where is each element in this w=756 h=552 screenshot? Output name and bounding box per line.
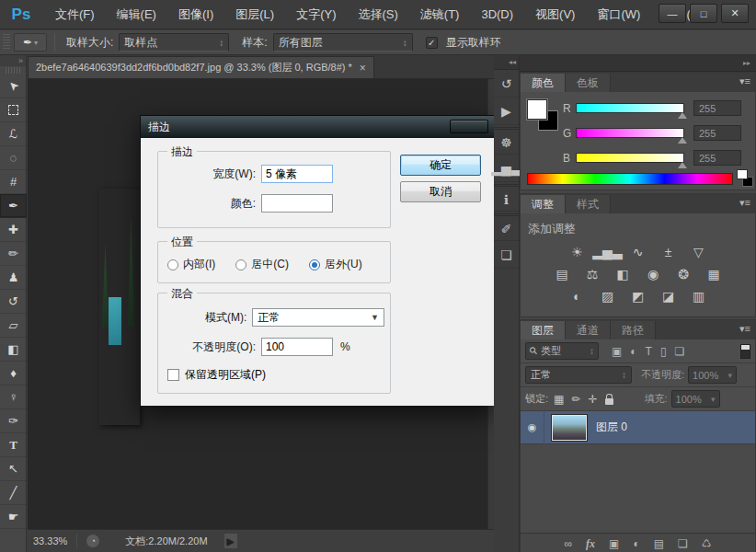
smart-object-filter-icon[interactable]: ❏ [675,345,685,358]
canvas[interactable]: 描边 描边 宽度(W): 5 像素 [28,79,494,529]
tab-颜色[interactable]: 颜色 [521,74,566,92]
tool-preset-button[interactable]: ✒ ▾ [14,33,47,52]
move-tool[interactable]: ➤ [0,75,27,98]
layer-effects-icon[interactable]: fx [586,537,595,551]
brightness-contrast-icon[interactable]: ☀ [567,243,589,261]
spectrum-white-swatch[interactable] [737,169,748,179]
color-balance-icon[interactable]: ⚖ [581,265,603,283]
lock-all-icon[interactable] [605,398,613,405]
slider-thumb-icon[interactable] [678,112,687,119]
path-selection-tool[interactable]: ↖ [0,457,27,481]
history-panel-icon[interactable]: ↺ [494,70,520,98]
menu-item-0[interactable]: 文件(F) [44,0,106,29]
new-group-icon[interactable]: ▤ [654,537,664,550]
lock-position-icon[interactable]: ✛ [588,393,597,406]
tab-图层[interactable]: 图层 [521,321,566,339]
histogram-panel-icon[interactable]: ▂▅▃ [494,155,520,182]
curves-icon[interactable]: ∿ [627,243,649,261]
layer-filter-select[interactable]: ⚲ 类型 ↕ [525,342,599,360]
channel-value-G[interactable]: 255 [693,125,741,141]
collapse-dock-icon[interactable]: ▸▸ [520,55,756,72]
dialog-close-button[interactable] [450,120,488,133]
stroke-color-swatch[interactable] [261,194,333,213]
tab-色板[interactable]: 色板 [566,74,611,92]
menu-item-7[interactable]: 3D(D) [470,0,524,29]
width-input[interactable]: 5 像素 [261,165,333,183]
gradient-tool[interactable]: ◧ [0,338,27,362]
opacity-input[interactable]: 100 [261,338,333,356]
menu-item-6[interactable]: 滤镜(T) [409,0,471,29]
blur-tool[interactable]: ♦ [0,362,27,385]
menu-item-2[interactable]: 图像(I) [167,0,224,29]
layer-thumbnail[interactable] [552,415,587,441]
history-brush-tool[interactable]: ↺ [0,290,27,314]
delete-layer-icon[interactable]: ♺ [702,537,712,550]
preserve-transparency-checkbox[interactable] [167,369,179,381]
type-tool[interactable]: T [0,433,27,457]
radio-居外(U)[interactable] [309,259,320,270]
quick-selection-tool[interactable]: ◌ [0,146,27,170]
hand-tool[interactable]: ☛ [0,505,27,529]
show-sampling-ring-checkbox[interactable]: ✓ [426,37,438,49]
menu-item-5[interactable]: 选择(S) [347,0,408,29]
maximize-button[interactable]: □ [690,4,717,23]
channel-value-B[interactable]: 255 [693,150,741,166]
layer-row[interactable]: ◉ 图层 0 [521,411,755,444]
channel-mixer-icon[interactable]: ❂ [672,265,694,283]
ok-button[interactable]: 确定 [400,155,481,176]
radio-居中(C)[interactable] [235,259,246,270]
adjustment-layer-filter-icon[interactable]: ◐ [630,345,636,358]
pixel-layer-filter-icon[interactable]: ▣ [612,345,622,358]
fill-select[interactable]: 100% ▾ [671,390,720,408]
brush-presets-panel-icon[interactable]: ✐ [494,213,520,241]
minimize-button[interactable]: — [659,4,686,23]
selective-color-icon[interactable]: ▥ [688,287,710,305]
menu-item-3[interactable]: 图层(L) [224,0,285,29]
crop-tool[interactable]: # [0,170,27,194]
eyedropper-tool[interactable]: ✒ [0,194,27,218]
menu-item-9[interactable]: 窗口(W) [586,0,651,29]
eraser-tool[interactable]: ▱ [0,314,27,338]
dodge-tool[interactable]: ♀ [0,385,27,409]
clone-stamp-tool[interactable]: ♟ [0,266,27,290]
slider-thumb-icon[interactable] [678,137,687,144]
link-layers-icon[interactable]: ∞ [564,537,572,550]
tab-close-icon[interactable]: × [360,62,366,75]
opacity-select[interactable]: 100% ▾ [688,366,737,384]
expand-dock-icon[interactable]: ◂◂ [494,55,519,70]
close-button[interactable]: ✕ [721,4,749,23]
info-panel-icon[interactable]: ℹ [494,184,520,212]
navigator-panel-icon[interactable]: ☸ [494,127,520,155]
spot-healing-tool[interactable]: ✚ [0,218,27,242]
blend-mode-select[interactable]: 正常 ▼ [252,308,384,327]
foreground-color-swatch[interactable] [527,99,547,120]
tab-路径[interactable]: 路径 [611,321,656,339]
type-layer-filter-icon[interactable]: T [646,345,652,358]
rect-marquee-tool[interactable] [0,98,27,122]
panel-menu-icon[interactable]: ▾≡ [739,75,750,87]
tab-通道[interactable]: 通道 [566,321,611,339]
exposure-icon[interactable]: ± [658,243,680,261]
filter-toggle-icon[interactable] [740,344,750,359]
lasso-tool[interactable]: ℒ [0,122,27,146]
status-menu-arrow-icon[interactable]: ▶ [224,534,237,548]
lock-image-pixels-icon[interactable]: ✏ [571,393,580,406]
slider-thumb-icon[interactable] [678,162,687,168]
color-lookup-icon[interactable]: ▦ [703,265,725,283]
vibrance-icon[interactable]: ▽ [688,243,710,261]
radio-内部(I)[interactable] [167,259,178,270]
hue-saturation-icon[interactable]: ▤ [551,265,573,283]
line-tool[interactable]: ╱ [0,481,27,505]
cancel-button[interactable]: 取消 [400,181,481,202]
channel-value-R[interactable]: 255 [693,100,741,116]
layer-visibility-toggle[interactable]: ◉ [521,411,544,444]
panel-menu-icon[interactable]: ▾≡ [739,197,750,209]
sample-size-select[interactable]: 取样点 ↕ [119,33,229,52]
new-layer-icon[interactable]: ❏ [678,537,688,550]
channel-slider-R[interactable] [576,103,684,113]
tab-调整[interactable]: 调整 [521,195,566,213]
clone-source-panel-icon[interactable]: ❏ [494,241,520,269]
channel-slider-G[interactable] [576,128,684,138]
invert-icon[interactable]: ◐ [567,287,589,305]
threshold-icon[interactable]: ◩ [627,287,649,305]
